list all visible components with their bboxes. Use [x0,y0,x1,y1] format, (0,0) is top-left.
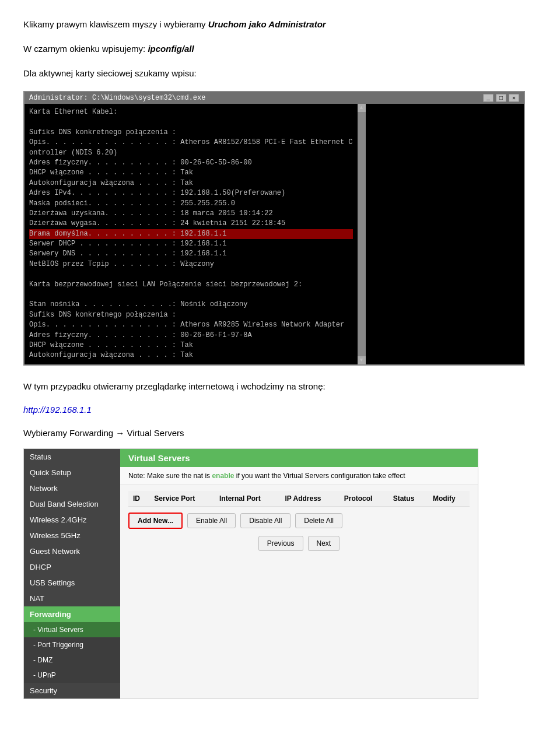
vs-table-area: IDService PortInternal PortIP AddressPro… [120,485,478,564]
section2-paragraph: W tym przypadku otwieramy przeglądarkę i… [23,380,537,394]
cmd-minimize-button[interactable]: _ [483,94,494,102]
router-link[interactable]: http://192.168.1.1 [23,405,92,415]
table-column-header: Protocol [340,491,388,507]
cmd-scrollbar[interactable]: ▲ ▼ [358,104,366,364]
intro-text-3: Dla aktywnej karty sieciowej szukamy wpi… [23,68,197,78]
delete-all-button[interactable]: Delete All [295,513,342,528]
sidebar-item[interactable]: - Port Triggering [24,637,120,652]
sidebar-item[interactable]: DHCP [24,559,120,575]
vs-note: Note: Make sure the nat is enable if you… [120,467,478,485]
next-button[interactable]: Next [308,536,340,551]
previous-button[interactable]: Previous [258,536,303,551]
intro-text-2: W czarnym okienku wpisujemy: [23,44,148,54]
cmd-window: Administrator: C:\Windows\system32\cmd.e… [23,91,525,366]
sidebar-item[interactable]: Security [24,683,120,699]
sidebar-item[interactable]: USB Settings [24,575,120,591]
sidebar-item[interactable]: Guest Network [24,543,120,559]
sidebar-item[interactable]: Quick Setup [24,465,120,480]
router-sidebar: StatusQuick SetupNetworkDual Band Select… [24,449,120,699]
section2-link-paragraph: http://192.168.1.1 [23,403,537,417]
sidebar-item[interactable]: - Virtual Servers [24,622,120,637]
sidebar-item[interactable]: Wireless 2.4GHz [24,512,120,528]
virtual-servers-header: Virtual Servers [120,449,478,467]
enable-all-button[interactable]: Enable All [187,513,236,528]
instruction-text: Wybieramy [23,428,69,438]
router-ui: StatusQuick SetupNetworkDual Band Select… [23,448,478,699]
sidebar-item[interactable]: NAT [24,591,120,606]
vs-nav-row: Previous Next [128,536,470,558]
vs-button-row: Add New... Enable All Disable All Delete… [128,513,470,529]
table-column-header: ID [128,491,149,507]
table-column-header: Status [388,491,428,507]
main-content: Virtual Servers Note: Make sure the nat … [120,449,478,699]
cmd-scroll-area: Karta Ethernet Kabel: Sufiks DNS konkret… [24,104,524,364]
cmd-body: Karta Ethernet Kabel: Sufiks DNS konkret… [24,104,358,364]
disable-all-button[interactable]: Disable All [240,513,290,528]
intro-paragraph-3: Dla aktywnej karty sieciowej szukamy wpi… [23,66,537,80]
sidebar-item[interactable]: Network [24,480,120,496]
sidebar-item[interactable]: Forwarding [24,606,120,622]
vs-note-suffix: if you want the Virtual Servers configur… [234,472,405,480]
intro-text-1: Klikamy prawym klawiszem myszy i wybiera… [23,19,208,29]
table-column-header: Modify [428,491,470,507]
sidebar-item[interactable]: Status [24,449,120,465]
cmd-controls[interactable]: _ □ ✕ [483,94,519,102]
sidebar-item[interactable]: Dual Band Selection [24,496,120,512]
table-header-row: IDService PortInternal PortIP AddressPro… [128,491,470,507]
intro-bold-text: Uruchom jako Administrator [208,19,326,29]
scroll-up-button[interactable]: ▲ [358,104,366,112]
scroll-down-button[interactable]: ▼ [358,356,366,364]
intro-italic-text: ipconfig/all [148,44,194,54]
section2-instruction: Wybieramy Forwarding → Virtual Servers [23,426,537,440]
table-column-header: Service Port [149,491,215,507]
cmd-titlebar: Administrator: C:\Windows\system32\cmd.e… [24,92,524,104]
vs-note-link[interactable]: enable [212,472,234,480]
vs-table: IDService PortInternal PortIP AddressPro… [128,491,470,507]
table-column-header: IP Address [280,491,339,507]
cmd-close-button[interactable]: ✕ [509,94,519,102]
section2-text: W tym przypadku otwieramy przeglądarkę i… [23,381,326,391]
scroll-thumb[interactable] [358,112,366,356]
intro-paragraph-1: Klikamy prawym klawiszem myszy i wybiera… [23,17,537,31]
instruction-bold: Forwarding → Virtual Servers [69,428,184,438]
cmd-restore-button[interactable]: □ [496,94,506,102]
vs-note-prefix: Note: Make sure the nat is [128,472,212,480]
intro-paragraph-2: W czarnym okienku wpisujemy: ipconfig/al… [23,42,537,56]
sidebar-item[interactable]: - DMZ [24,652,120,668]
cmd-title: Administrator: C:\Windows\system32\cmd.e… [29,94,205,102]
sidebar-item[interactable]: Wireless 5GHz [24,528,120,543]
table-column-header: Internal Port [215,491,280,507]
add-new-button[interactable]: Add New... [128,513,183,529]
sidebar-item[interactable]: - UPnP [24,668,120,683]
